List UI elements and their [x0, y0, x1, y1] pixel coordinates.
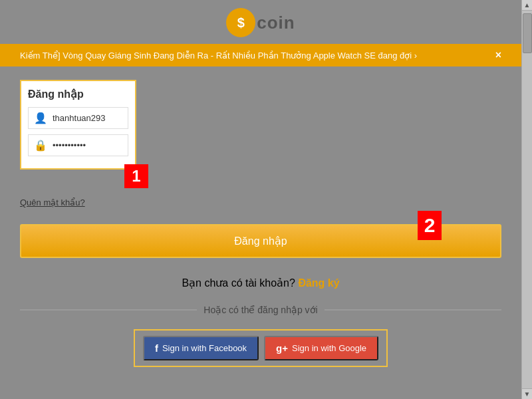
forgot-password-section: Quên mật khẩu? — [20, 196, 501, 208]
password-input-row: 🔒 — [28, 134, 128, 156]
scrollbar[interactable]: ▲ ▼ — [521, 0, 532, 399]
facebook-login-button[interactable]: f Sign in with Facebook — [143, 336, 259, 360]
promo-banner: Kiếm Thể] Vòng Quay Giáng Sinh Đang Diễn… — [0, 44, 521, 66]
banner-text: Kiếm Thể] Vòng Quay Giáng Sinh Đang Diễn… — [20, 51, 417, 61]
google-button-label: Sign in with Google — [292, 343, 366, 353]
scrollbar-thumb[interactable] — [523, 13, 532, 53]
login-box: Đăng nhập 👤 🔒 1 — [20, 80, 136, 170]
logo-area: $ coin — [226, 0, 295, 44]
social-buttons-container: f Sign in with Facebook g+ Sign in with … — [134, 329, 388, 367]
divider-text: Hoặc có thể đăng nhập với — [197, 305, 324, 315]
google-login-button[interactable]: g+ Sign in with Google — [264, 336, 378, 360]
facebook-icon: f — [155, 342, 158, 354]
scrollbar-up-button[interactable]: ▲ — [522, 0, 533, 11]
login-button-wrapper: 2 Đăng nhập — [0, 224, 521, 258]
lock-icon: 🔒 — [34, 139, 47, 152]
annotation-1: 1 — [124, 164, 148, 188]
username-input-row: 👤 — [28, 107, 128, 129]
password-input[interactable] — [53, 140, 122, 150]
register-text: Bạn chưa có tài khoản? — [182, 277, 295, 289]
google-icon: g+ — [276, 342, 288, 354]
scrollbar-down-button[interactable]: ▼ — [522, 388, 533, 399]
banner-close-button[interactable]: × — [495, 49, 501, 61]
form-container: Đăng nhập 👤 🔒 1 Quên mật khẩu? — [0, 66, 521, 224]
forgot-password-link[interactable]: Quên mật khẩu? — [20, 198, 85, 207]
register-link[interactable]: Đăng ký — [298, 277, 339, 289]
main-content: $ coin Kiếm Thể] Vòng Quay Giáng Sinh Đa… — [0, 0, 521, 399]
social-divider: Hoặc có thể đăng nhập với — [0, 296, 521, 324]
logo-text: coin — [257, 13, 295, 33]
logo-icon: $ — [226, 8, 255, 37]
annotation-2: 2 — [418, 211, 442, 240]
login-box-title: Đăng nhập — [28, 88, 128, 100]
username-input[interactable] — [53, 113, 122, 123]
register-section: Bạn chưa có tài khoản? Đăng ký — [0, 266, 521, 289]
user-icon: 👤 — [34, 112, 47, 124]
facebook-button-label: Sign in with Facebook — [162, 343, 247, 353]
